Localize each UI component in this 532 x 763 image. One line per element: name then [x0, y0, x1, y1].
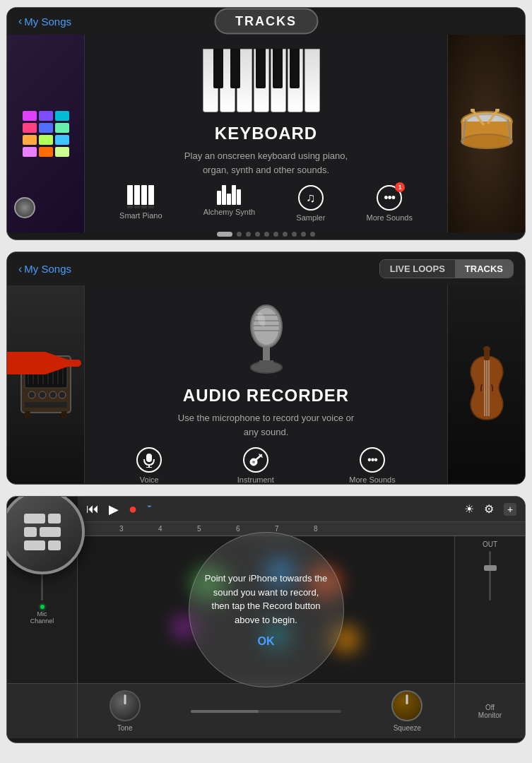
monitor-label: OffMonitor: [478, 704, 502, 719]
panel1-instrument-name: KEYBOARD: [215, 124, 317, 143]
mic-icon-small: [143, 452, 155, 468]
back-label-2: My Songs: [24, 263, 71, 275]
bottom-right-ctrl: OffMonitor: [454, 684, 525, 738]
bottom-progress-fill: [191, 710, 259, 713]
voice-btn[interactable]: Voice: [136, 447, 162, 484]
ruler-2: 2: [81, 525, 119, 533]
squeeze-label: Squeeze: [394, 724, 421, 732]
sampler-btn[interactable]: ♫ Sampler: [296, 185, 325, 222]
voice-label: Voice: [140, 475, 159, 484]
svg-rect-35: [263, 346, 270, 360]
play-btn[interactable]: ▶: [109, 502, 119, 517]
smart-piano-btn[interactable]: Smart Piano: [119, 185, 162, 222]
ruler-8: 8: [314, 525, 353, 533]
smart-piano-label: Smart Piano: [119, 211, 162, 220]
svg-rect-28: [61, 411, 67, 418]
alchemy-synth-label: Alchemy Synth: [203, 208, 255, 216]
led-indicator: [40, 605, 45, 609]
panel2-more-sounds-icon: •••: [360, 447, 385, 473]
ruler-3: 3: [119, 525, 158, 533]
mic-svg: [238, 300, 295, 377]
tone-label: Tone: [117, 724, 133, 732]
more-sounds-label: More Sounds: [366, 213, 412, 222]
violin-graphic: [448, 285, 525, 483]
knob-indicator: [124, 694, 126, 704]
grid-graphic: [23, 111, 69, 157]
back-button-1[interactable]: ‹ My Songs: [18, 15, 71, 28]
smart-piano-icon: [127, 185, 154, 208]
tracks-main: IN MicChannel Point your iPhone towards …: [7, 536, 525, 683]
dot-5: [264, 232, 269, 237]
panel1-content: KEYBOARD Play an onscreen keyboard using…: [7, 35, 525, 232]
brightness-btn[interactable]: ☀: [464, 502, 474, 516]
dot-7: [283, 232, 288, 237]
panel2-left-thumb[interactable]: [7, 285, 85, 483]
chevron-left-icon: ‹: [18, 15, 22, 28]
settings-btn[interactable]: ⚙: [484, 502, 494, 516]
bottom-center: [172, 710, 360, 713]
squeeze-knob[interactable]: [391, 690, 422, 721]
panel2-more-sounds-label: More Sounds: [349, 475, 395, 484]
track-bar-short-3: [48, 540, 61, 550]
svg-rect-39: [146, 454, 152, 462]
instrument-btn[interactable]: Instrument: [237, 447, 274, 484]
panel2-more-sounds-btn[interactable]: ••• More Sounds: [349, 447, 395, 484]
dot-8: [292, 232, 297, 237]
track-bar-short: [48, 514, 61, 524]
ruler-5: 5: [197, 525, 236, 533]
ruler-4: 4: [158, 525, 197, 533]
panel2-content: AUDIO RECORDER Use the microphone to rec…: [7, 285, 525, 483]
transport-bar: ⏮ ▶ ● 𝄻 ☀ ⚙ +: [78, 497, 525, 522]
squeeze-indicator: [406, 694, 408, 704]
panel1-topbar: ‹ My Songs TRACKS: [7, 8, 525, 35]
keyboard-graphic: [203, 49, 330, 112]
chevron-left-icon-2: ‹: [18, 263, 22, 276]
svg-point-25: [59, 391, 66, 398]
tone-knob[interactable]: [110, 690, 141, 721]
dot-2: [237, 232, 242, 237]
panel1-right-thumb[interactable]: [447, 35, 525, 232]
circle-dialog: Point your iPhone towards the sound you …: [189, 557, 343, 662]
out-fader-track: [489, 551, 491, 601]
tab-live-loops-label: LIVE LOOPS: [390, 264, 445, 274]
drum-svg: [459, 109, 515, 158]
alchemy-synth-btn[interactable]: Alchemy Synth: [203, 185, 255, 222]
panel2-right-thumb[interactable]: [447, 285, 525, 483]
dot-3: [246, 232, 251, 237]
tab-tracks[interactable]: TRACKS: [455, 260, 513, 278]
track-bar-long: [24, 514, 45, 524]
panel1-center: KEYBOARD Play an onscreen keyboard using…: [85, 35, 447, 232]
more-sounds-badge-wrap: ••• 1: [377, 185, 402, 211]
back-label-1: My Songs: [24, 16, 71, 28]
more-sounds-btn[interactable]: ••• 1 More Sounds: [366, 185, 412, 222]
red-arrow: [6, 352, 86, 374]
bottom-controls: Tone Squeeze OffMonitor: [7, 683, 525, 738]
track-bar-row-3: [24, 540, 61, 550]
dot-1: [217, 232, 232, 237]
panel1-left-thumb[interactable]: [7, 35, 85, 232]
panel2-center: AUDIO RECORDER Use the microphone to rec…: [85, 285, 447, 483]
drum-graphic: [448, 35, 525, 232]
track-bar-long-3: [24, 540, 45, 550]
record-btn[interactable]: ●: [129, 501, 137, 517]
out-fader-section: OUT: [458, 540, 522, 601]
tab-live-loops[interactable]: LIVE LOOPS: [380, 260, 455, 278]
left-thumb-graphic: [7, 35, 84, 232]
ok-button[interactable]: OK: [203, 635, 329, 648]
out-label: OUT: [483, 540, 497, 548]
track-bar-row-2: [24, 527, 61, 537]
svg-point-50: [483, 346, 490, 352]
add-track-btn[interactable]: +: [504, 503, 516, 516]
back-button-2[interactable]: ‹ My Songs: [18, 263, 71, 276]
mic-channel-label: MicChannel: [30, 610, 54, 625]
svg-rect-27: [25, 411, 30, 418]
right-track-sidebar: OUT: [454, 536, 525, 683]
panel2-topbar: ‹ My Songs LIVE LOOPS TRACKS: [7, 252, 525, 285]
out-fader-thumb[interactable]: [484, 565, 497, 571]
panel1-page-dots: [217, 227, 315, 240]
tracks-title: TRACKS: [235, 14, 297, 28]
alchemy-synth-icon: [217, 185, 241, 205]
svg-rect-37: [259, 360, 273, 367]
svg-point-3: [461, 134, 512, 148]
rewind-btn[interactable]: ⏮: [86, 502, 99, 516]
